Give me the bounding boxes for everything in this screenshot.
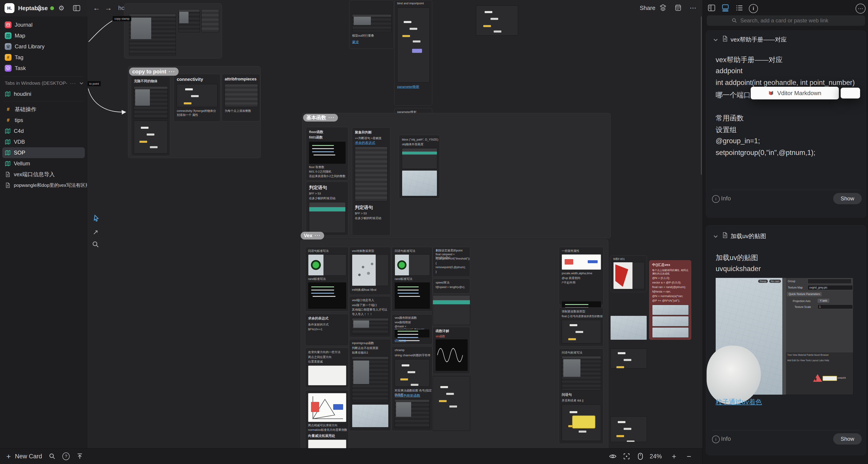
sidebar-item-basic-ops[interactable]: # 基础操作 [0,104,87,115]
group-basic-functions[interactable]: floor函数 fit01函数 floor 取整数 fit01 0-2之间随机 … [302,113,611,238]
screenshot-thumbnail[interactable] [610,316,647,340]
screenshot-thumbnail[interactable] [433,376,470,431]
history-more-icon[interactable]: ⋯ [856,4,866,13]
card-link[interactable]: 粒子通过uv着色 [716,398,762,407]
canvas-card[interactable]: bbox ("obj_path", D_YSIZE) obj物体外形高度 [399,135,440,199]
canvas-card[interactable]: 强制更改数据类型 float () 括号内是要改的类型的数据 [559,307,603,346]
canvas-card[interactable]: 求余的表达式 条件发射的方式 $F%10==1 [305,314,349,346]
group-label-copy-to-point[interactable]: copy to point ··· [129,68,179,76]
tabs-section-header[interactable]: Tabs in Windows (DESKTOP-... ··· [5,80,84,87]
search-input[interactable] [740,17,840,24]
new-card-plus-icon[interactable]: + [6,449,11,464]
workspace-name[interactable]: Heptabase [18,5,48,12]
sidebar-item-card-library[interactable]: Card Library [0,41,87,52]
canvas-card[interactable]: speed算法 f@speed = length(v@v); [433,278,470,293]
sidebar-item-journal[interactable]: Journal [0,20,87,30]
card-link[interactable]: 蒙皮 [352,40,359,44]
canvas-card[interactable]: 问语句标准写法 问语句 并且和或者 && || [559,349,603,444]
heptabase-logo[interactable]: H. [4,3,14,13]
sidebar-item-popwrangle[interactable]: popwangle和dop里的vex写法有区别 [0,180,87,191]
canvas-card[interactable]: floor函数 fit01函数 floor 取整数 fit01 0-2之间随机 … [306,127,348,180]
zoom-to-fit-icon[interactable] [623,449,630,464]
screenshot-thumbnail[interactable] [476,5,518,35]
connector-tool-icon[interactable]: ↗ [93,228,98,236]
tabs-more-icon[interactable]: ··· [70,80,76,86]
canvas-card[interactable]: 删除设定速度的point float calspeed = length(v@v… [433,247,470,277]
zoom-level[interactable]: 24% [650,449,662,464]
sidebar-item-map[interactable]: Map [0,30,87,41]
presentation-eye-icon[interactable] [609,449,617,464]
zoom-tool-icon[interactable] [92,241,99,248]
collapse-chevron-icon[interactable] [713,37,718,42]
select-tool-icon[interactable] [93,214,100,222]
group-menu-icon[interactable]: ··· [315,233,321,238]
more-icon[interactable]: ⋯ [689,3,698,12]
card-preview-vex-manual[interactable]: vex帮助手册——对应 vex帮助手册——对应 addpoint int add… [706,31,866,218]
help-icon[interactable]: ? [62,449,70,464]
screenshot-thumbnail[interactable] [610,349,647,368]
canvas-card[interactable]: 聚集和判断 ==判断语句 =是赋值 求余的表达式 判定语句 $FF > 53 在… [352,127,391,236]
card-stack-icon[interactable] [659,4,666,12]
info-label[interactable]: Info [721,195,731,202]
zoom-in-button[interactable]: + [672,449,676,464]
sidebar-item-c4d[interactable]: C4d [0,126,87,136]
sidebar-item-task[interactable]: Task [0,63,87,74]
show-button[interactable]: Show [833,433,862,444]
edge-label-copy-stamp[interactable]: copy stamp [112,16,131,22]
panel-toggle-icon[interactable] [708,4,715,12]
canvas-card[interactable]: 问语句标准写法 rand标准写法 [305,247,349,311]
vditor-popup[interactable]: Vditor Markdown [751,87,839,99]
info-icon[interactable]: i [749,4,758,13]
sidebar-item-vex-port[interactable]: vex端口信息导入 [0,169,87,180]
card-link[interactable]: parameter映射 [397,85,419,89]
canvas-card[interactable]: 判定语句 $FF > 53 在多少帧的时候启动 [306,181,348,236]
info-label[interactable]: Info [721,435,731,442]
mouse-mode-icon[interactable] [638,449,643,464]
calendar-icon[interactable] [675,4,682,11]
sidebar-item-tips[interactable]: # tips [0,115,87,126]
canvas-card[interactable]: bind and importpoint parameter映射 [394,0,432,105]
canvas-card[interactable]: 改变向量方向的一些方法 两点之间位置方向 位置直接减 [305,347,349,388]
search-bar[interactable] [707,15,865,26]
edge-label-to-point[interactable]: to point [87,81,101,87]
zoom-out-button[interactable]: − [687,449,691,464]
collapse-chevron-icon[interactable] [713,234,718,239]
board-search-icon[interactable] [49,449,56,464]
card-preview-uv-map[interactable]: 加载uv的贴图 加载uv的贴图 uvquickshader Persp No c… [706,225,866,455]
canvas-card[interactable]: 函数详解 sin函数 [433,327,470,374]
canvas-card[interactable]: 问语句标准写法 rand标准写法 [392,247,432,311]
card-link[interactable]: 求余的表达式 [355,141,375,145]
settings-gear-icon[interactable]: ⚙ [58,4,64,12]
canvas-card[interactable]: 一些固有属性 pscale,width,alpha,time @up 就是朝向 … [559,247,603,305]
sidebar-item-tag[interactable]: # Tag [0,52,87,63]
card-view-icon[interactable] [721,4,730,12]
group-menu-icon[interactable]: ··· [329,115,335,121]
canvas-card[interactable]: vex端口信息导入 vex除了第一个端口 其他端口都需要导入才可以 导入导入！！… [349,296,391,337]
new-card-button[interactable]: New Card [15,449,42,464]
group-label-vex[interactable]: Vex ··· [301,232,324,239]
card-link[interactable]: vex颜色映射函数 [395,394,420,398]
canvas-card[interactable]: vex转换数据类型 int转换成float 转cd [349,247,391,295]
group-vex[interactable]: 问语句标准写法 rand标准写法 求余的表达式 条件发射的方式 $F%10==1… [301,239,608,453]
canvas-card[interactable]: 两点相减可以求得方向 normalize标准化方向需要倒数 向量减法拓展用处 [305,390,349,453]
show-button[interactable]: Show [833,193,862,204]
card-link[interactable]: chramp [395,338,406,342]
share-button[interactable]: Share [640,4,655,11]
group-label-basic-functions[interactable]: 基本函数 ··· [303,114,338,122]
canvas-card[interactable]: inpointgroup函数 判断点在不在组里面 如果在输出1 [349,339,391,431]
sidebar-item-houdini[interactable]: houdini [0,89,87,99]
screenshot-thumbnail[interactable] [610,416,647,442]
workspace-switcher-icon[interactable] [37,4,42,12]
canvas-card[interactable]: vex颜色映射函数 vex曲线映射 @mask = chramp("mask",… [392,314,432,344]
screenshot-thumbnail[interactable] [433,295,470,325]
sidebar-item-sop[interactable]: SOP [0,147,87,158]
whiteboard-canvas[interactable]: ← → houdini / SOP Share ⋯ copy stamp to … [87,0,703,464]
list-view-icon[interactable] [736,4,743,11]
group-menu-icon[interactable]: ··· [168,68,176,75]
import-icon[interactable] [76,449,83,464]
canvas-card-red[interactable]: 中()汇总vex 每个点上创建相同的属性, 相同点属性的点连成线 @N = {0… [649,260,691,340]
canvas-card[interactable]: chramp string channel的图的字符串 对应乘法函数贴图 色号(… [392,346,432,431]
sidebar-item-vellum[interactable]: Vellum [0,158,87,169]
canvas-card[interactable]: fit和f it01 [610,256,647,292]
sidebar-toggle-icon[interactable] [73,4,81,12]
